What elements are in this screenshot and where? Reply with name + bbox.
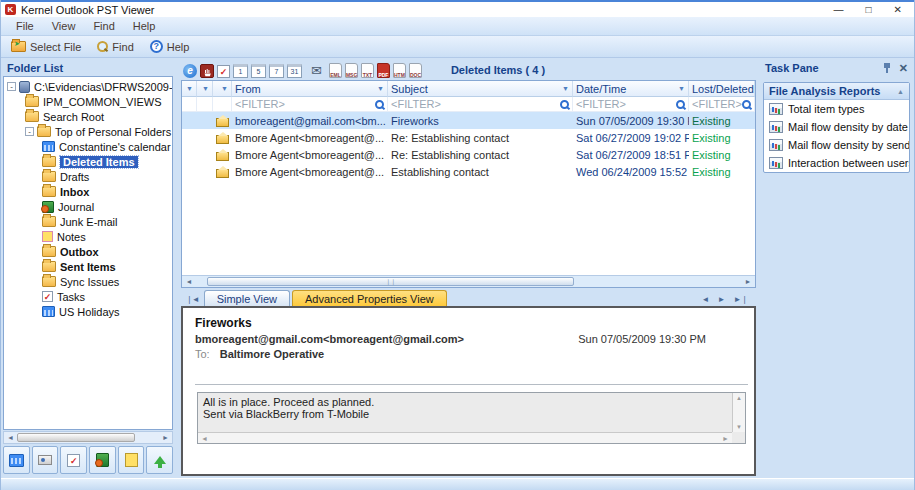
column-header-attachment[interactable]: ▼ bbox=[197, 81, 213, 97]
up-folder-shortcut-button[interactable] bbox=[146, 446, 173, 474]
chevron-down-icon[interactable]: ▼ bbox=[202, 85, 209, 92]
contacts-shortcut-button[interactable] bbox=[32, 446, 59, 474]
filter-search-icon[interactable] bbox=[375, 100, 384, 109]
tab-last-icon[interactable]: ►❘ bbox=[733, 295, 748, 304]
stop-button[interactable] bbox=[200, 63, 214, 78]
tab-next-icon[interactable]: ► bbox=[717, 295, 725, 304]
filter-cell[interactable] bbox=[213, 97, 232, 112]
message-row[interactable]: bmoreagent@gmail.com<bm... Fireworks Sun… bbox=[182, 112, 755, 129]
tree-item-search-root[interactable]: Search Root bbox=[4, 109, 172, 124]
column-header-lost-deleted[interactable]: Lost/Deleted bbox=[689, 81, 755, 97]
task-pane-close-icon[interactable]: ✕ bbox=[899, 62, 908, 75]
tree-item-notes[interactable]: Notes bbox=[4, 229, 172, 244]
tree-item-us-holidays[interactable]: US Holidays bbox=[4, 304, 172, 319]
column-header-from[interactable]: From▼ bbox=[232, 81, 388, 97]
message-row[interactable]: Bmore Agent<bmoreagent@... Establishing … bbox=[182, 163, 755, 180]
tree-item-drafts[interactable]: Drafts bbox=[4, 169, 172, 184]
filter-datetime-input[interactable]: <FILTER> bbox=[573, 97, 689, 112]
tree-item-outbox[interactable]: Outbox bbox=[4, 244, 172, 259]
save-as-txt-button[interactable]: TXT bbox=[361, 63, 374, 78]
body-vscrollbar[interactable]: ▲▼ bbox=[732, 393, 745, 432]
collapse-icon[interactable]: - bbox=[25, 127, 34, 136]
tree-item-constantines-calendar[interactable]: Constantine's calendar bbox=[4, 139, 172, 154]
tab-prev-icon[interactable]: ◄ bbox=[702, 295, 710, 304]
collapse-chevron-icon[interactable]: ▲ bbox=[897, 88, 904, 95]
chevron-down-icon[interactable]: ▼ bbox=[678, 85, 685, 92]
save-as-doc-button[interactable]: DOC bbox=[409, 63, 422, 78]
tree-item-junk-email[interactable]: Junk E-mail bbox=[4, 214, 172, 229]
filter-subject-input[interactable]: <FILTER> bbox=[388, 97, 573, 112]
tree-item-sent-items[interactable]: Sent Items bbox=[4, 259, 172, 274]
menu-file[interactable]: File bbox=[7, 20, 43, 32]
help-button[interactable]: ? Help bbox=[144, 39, 196, 54]
message-row[interactable]: Bmore Agent<bmoreagent@... Re: Establish… bbox=[182, 146, 755, 163]
tab-first-icon[interactable]: ❘◄ bbox=[183, 295, 202, 306]
filter-search-icon[interactable] bbox=[742, 100, 751, 109]
column-header-flag[interactable]: ▼ bbox=[182, 81, 197, 97]
scroll-right-icon[interactable]: ► bbox=[722, 435, 729, 442]
tab-advanced-properties-view[interactable]: Advanced Properties View bbox=[292, 290, 447, 306]
tasks-shortcut-button[interactable]: ✓ bbox=[60, 446, 87, 474]
chevron-down-icon[interactable]: ▼ bbox=[186, 85, 193, 92]
pin-icon[interactable] bbox=[883, 63, 892, 73]
mail-view-button[interactable]: ✉ bbox=[311, 63, 322, 78]
scroll-left-icon[interactable]: ◄ bbox=[182, 278, 196, 285]
tree-item-top-of-personal-folders[interactable]: - Top of Personal Folders bbox=[4, 124, 172, 139]
scroll-thumb[interactable] bbox=[17, 433, 135, 442]
report-mail-flow-density-by-senders[interactable]: Mail flow density by senders bbox=[764, 136, 909, 154]
scroll-up-icon[interactable]: ▲ bbox=[736, 395, 742, 401]
preview-body-box[interactable]: All is in place. Proceed as planned. Sen… bbox=[197, 392, 746, 444]
close-button[interactable]: ✕ bbox=[894, 4, 902, 15]
workweek-view-button[interactable]: 5 bbox=[251, 63, 266, 78]
journal-shortcut-button[interactable] bbox=[89, 446, 116, 474]
filter-cell[interactable] bbox=[197, 97, 213, 112]
tree-item-tasks[interactable]: ✓ Tasks bbox=[4, 289, 172, 304]
chevron-down-icon[interactable]: ▼ bbox=[221, 85, 228, 92]
grid-hscrollbar[interactable]: ◄ ❘❘ ► bbox=[182, 275, 755, 287]
month-view-button[interactable]: 31 bbox=[287, 63, 302, 78]
filter-search-icon[interactable] bbox=[676, 100, 685, 109]
message-row[interactable]: Bmore Agent<bmoreagent@... Re: Establish… bbox=[182, 129, 755, 146]
scroll-right-icon[interactable]: ► bbox=[741, 278, 755, 285]
maximize-button[interactable]: □ bbox=[866, 4, 872, 15]
scroll-left-icon[interactable]: ◄ bbox=[4, 434, 17, 441]
body-hscrollbar[interactable]: ◄► bbox=[198, 432, 732, 443]
report-interaction-between-users[interactable]: Interaction between users bbox=[764, 154, 909, 172]
filter-lost-deleted-input[interactable]: <FILTER> bbox=[689, 97, 755, 112]
tree-item-inbox[interactable]: Inbox bbox=[4, 184, 172, 199]
day-view-button[interactable]: 1 bbox=[233, 63, 248, 78]
find-button[interactable]: Find bbox=[91, 40, 139, 54]
column-header-datetime[interactable]: Date/Time▼ bbox=[573, 81, 689, 97]
tab-simple-view[interactable]: Simple View bbox=[204, 290, 290, 306]
report-mail-flow-density-by-date[interactable]: Mail flow density by date bbox=[764, 118, 909, 136]
column-header-subject[interactable]: Subject▼ bbox=[388, 81, 573, 97]
save-as-msg-button[interactable]: MSG bbox=[345, 63, 358, 78]
file-analysis-reports-header[interactable]: File Analysis Reports ▲ bbox=[764, 83, 909, 100]
todo-view-button[interactable]: ✓ bbox=[217, 63, 230, 78]
filter-search-icon[interactable] bbox=[560, 100, 569, 109]
filter-cell[interactable] bbox=[182, 97, 197, 112]
menu-view[interactable]: View bbox=[43, 20, 85, 32]
save-as-pdf-button[interactable]: PDF bbox=[377, 63, 390, 78]
chevron-down-icon[interactable]: ▼ bbox=[562, 85, 569, 92]
save-as-html-button[interactable]: HTM bbox=[393, 63, 406, 78]
scroll-thumb[interactable]: ❘❘ bbox=[207, 277, 574, 286]
select-file-button[interactable]: Select File bbox=[5, 40, 87, 54]
notes-shortcut-button[interactable] bbox=[118, 446, 145, 474]
scroll-down-icon[interactable]: ▼ bbox=[736, 424, 742, 430]
chevron-down-icon[interactable]: ▼ bbox=[377, 85, 384, 92]
tree-item-sync-issues[interactable]: Sync Issues bbox=[4, 274, 172, 289]
tree-item-journal[interactable]: Journal bbox=[4, 199, 172, 214]
folder-tree-hscrollbar[interactable]: ◄ ► bbox=[3, 431, 173, 444]
menu-find[interactable]: Find bbox=[84, 20, 123, 32]
scroll-left-icon[interactable]: ◄ bbox=[201, 435, 208, 442]
tree-item-deleted-items[interactable]: Deleted Items bbox=[4, 154, 172, 169]
calendar-shortcut-button[interactable] bbox=[3, 446, 30, 474]
left-splitter[interactable] bbox=[173, 58, 181, 478]
tree-item-pst-root[interactable]: - C:\Evidencias\DFRWS2009-Outlo bbox=[4, 79, 172, 94]
scroll-right-icon[interactable]: ► bbox=[159, 434, 172, 441]
minimize-button[interactable]: — bbox=[834, 4, 844, 15]
tree-item-ipm-common-views[interactable]: IPM_COMMON_VIEWS bbox=[4, 94, 172, 109]
collapse-icon[interactable]: - bbox=[7, 82, 16, 91]
menu-help[interactable]: Help bbox=[124, 20, 165, 32]
